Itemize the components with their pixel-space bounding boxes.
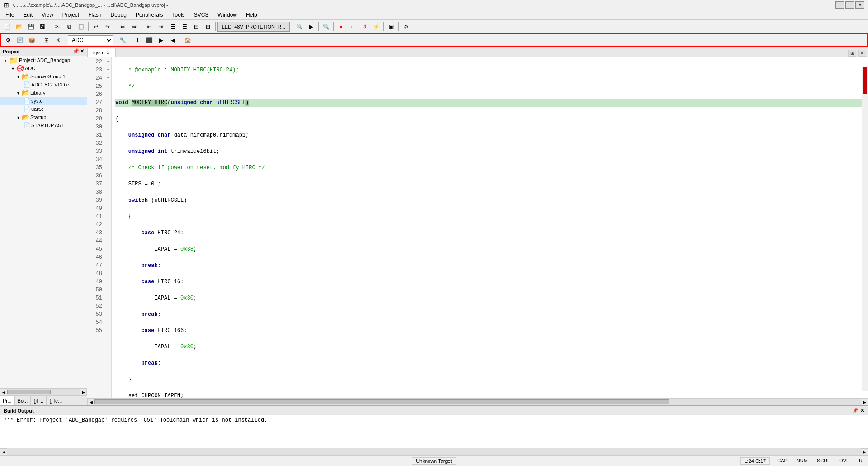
editor-hscroll[interactable]: ◀ ▶ [87, 398, 868, 405]
build-close-icon[interactable]: ✕ [860, 408, 864, 414]
bookmarks-button[interactable]: ☰ [167, 22, 178, 32]
build-pin-icon[interactable]: 📌 [852, 408, 859, 414]
read-button[interactable]: ◀ [167, 35, 178, 45]
build-output-panel: Build Output 📌 ✕ *** Error: Project 'ADC… [0, 405, 868, 455]
new-file-button[interactable]: 📄 [2, 22, 13, 32]
outdent-button[interactable]: ⇥ [156, 22, 166, 32]
tab-project[interactable]: Pr... [0, 396, 15, 405]
menu-svcs[interactable]: SVCS [190, 11, 212, 19]
tab-sysc-close[interactable]: ✕ [106, 50, 110, 55]
expand-button[interactable]: ⊞ [203, 22, 213, 32]
tree-source-group1[interactable]: ▾ 📂 Source Group 1 [0, 72, 87, 81]
compile-button[interactable]: 📦 [26, 35, 37, 45]
menu-edit[interactable]: Edit [19, 11, 36, 19]
run-button[interactable]: ⚡ [371, 22, 382, 32]
build-output-header: Build Output 📌 ✕ [0, 406, 868, 415]
find-button[interactable]: 🔍 [294, 22, 305, 32]
hscroll-track[interactable] [94, 399, 861, 405]
tree-target-adc[interactable]: ▾ 🎯 ADC [2, 64, 87, 72]
tree-file-startup-a51[interactable]: 📄 STARTUP.A51 [0, 121, 87, 129]
cut-button[interactable]: ✂ [52, 22, 63, 32]
open-file-button[interactable]: 📂 [14, 22, 24, 32]
nav-back-button[interactable]: ⇐ [117, 22, 128, 32]
code-line-40: break; [115, 359, 868, 367]
tree-file-uartc[interactable]: 📄 uart.c [0, 105, 87, 113]
menu-help[interactable]: Help [242, 11, 261, 19]
menu-window[interactable]: Window [214, 11, 241, 19]
stop-button[interactable]: ○ [347, 22, 358, 32]
collapse-button[interactable]: ⊟ [191, 22, 202, 32]
prog-button[interactable]: ▶ [156, 35, 166, 45]
save-all-button[interactable]: 🖫 [37, 22, 48, 32]
menu-flash[interactable]: Flash [85, 11, 105, 19]
manage-button[interactable]: 🔧 [117, 35, 128, 45]
build-hscroll[interactable]: ◀ ▶ [0, 448, 868, 455]
editor-float-btn[interactable]: ⊞ [848, 50, 856, 57]
build-scroll-left[interactable]: ◀ [0, 448, 7, 456]
tree-project-root[interactable]: ▸ 📁 Project: ADC_Bandgap [0, 56, 87, 64]
tree-file-sysc[interactable]: 📄 sys.c [0, 97, 87, 105]
settings-button[interactable]: ⚙ [401, 22, 411, 32]
scroll-left-btn[interactable]: ◀ [0, 389, 7, 396]
code-line-38: case HIRC_166: [115, 327, 868, 335]
batch-button[interactable]: ⊞ [41, 35, 52, 45]
status-scrl: SCRL [815, 457, 832, 465]
rebuild-button[interactable]: 🔄 [14, 35, 25, 45]
options-button[interactable]: ✳ [53, 35, 64, 45]
hscroll-left-btn[interactable]: ◀ [87, 399, 94, 405]
project-hscroll[interactable]: ◀ ▶ [0, 388, 87, 395]
tree-startup-group[interactable]: ▾ 📂 Startup [0, 113, 87, 121]
code-content[interactable]: * @exmaple : MODIFY_HIRC(HIRC_24); */ vo… [112, 57, 868, 398]
scroll-right-btn[interactable]: ▶ [80, 389, 87, 396]
code-line-39: IAPAL = 0x30; [115, 343, 868, 351]
editor-content[interactable]: 2223242526 2728293031 3233343536 3738394… [87, 57, 868, 398]
tab-functions[interactable]: {}F... [31, 396, 47, 405]
tab-sysc-label: sys.c [93, 50, 104, 55]
code-line-33: IAPAL = 0x38; [115, 245, 868, 253]
close-panel-icon[interactable]: ✕ [80, 48, 84, 54]
menu-file[interactable]: File [2, 11, 18, 19]
nav-fwd-button[interactable]: ⇒ [129, 22, 140, 32]
copy-button[interactable]: ⧉ [64, 22, 75, 32]
indent-button[interactable]: ⇤ [144, 22, 155, 32]
menu-view[interactable]: View [38, 11, 57, 19]
build-scroll-track[interactable] [7, 448, 861, 455]
layout-button[interactable]: ▣ [386, 22, 396, 32]
file-sysc-label: sys.c [31, 98, 42, 104]
tab-templates[interactable]: {}Te... [47, 396, 65, 405]
menu-project[interactable]: Project [59, 11, 83, 19]
redo-button[interactable]: ↪ [102, 22, 113, 32]
step-button[interactable]: ↺ [359, 22, 370, 32]
tree-library-group[interactable]: ▾ 📂 Library [0, 89, 87, 97]
menu-debug[interactable]: Debug [107, 11, 130, 19]
erase-button[interactable]: ⬛ [144, 35, 155, 45]
build-button[interactable]: ⚙ [3, 35, 14, 45]
pin-icon[interactable]: 📌 [73, 48, 79, 54]
code-line-26: unsigned char data hircmap0,hircmap1; [115, 131, 868, 139]
save-button[interactable]: 💾 [25, 22, 36, 32]
menu-tools[interactable]: Tools [169, 11, 189, 19]
project-header-icons: 📌 ✕ [73, 48, 84, 54]
file-startup-a51-label: STARTUP.A51 [31, 123, 64, 128]
target-dropdown[interactable]: ADC [68, 35, 113, 45]
download-button[interactable]: ⬇ [132, 35, 143, 45]
minimize-button[interactable]: — [835, 1, 844, 9]
hscroll-right-btn[interactable]: ▶ [861, 399, 868, 405]
undo-button[interactable]: ↩ [90, 22, 101, 32]
tree-file-adc-bg[interactable]: 📄 ADC_BG_VDD.c [0, 81, 87, 89]
build-scroll-right[interactable]: ▶ [861, 448, 868, 456]
paste-button[interactable]: 📋 [75, 22, 86, 32]
menu-peripherals[interactable]: Peripherals [132, 11, 167, 19]
scroll-track[interactable] [7, 389, 80, 395]
maximize-button[interactable]: □ [845, 1, 854, 9]
wizard-button[interactable]: 🏠 [182, 35, 193, 45]
zoom-button[interactable]: 🔍 [321, 22, 331, 32]
target-select-button[interactable]: LED_48V_PROTETION_R... [217, 22, 290, 32]
toggle-button[interactable]: ☰ [179, 22, 190, 32]
tab-books[interactable]: Bo... [15, 396, 31, 405]
editor-close-btn[interactable]: ✕ [858, 50, 866, 57]
debug-button[interactable]: ▶ [306, 22, 316, 32]
record-button[interactable]: ● [335, 22, 346, 32]
close-button[interactable]: ✕ [855, 1, 864, 9]
tab-sysc[interactable]: sys.c ✕ [87, 48, 116, 57]
